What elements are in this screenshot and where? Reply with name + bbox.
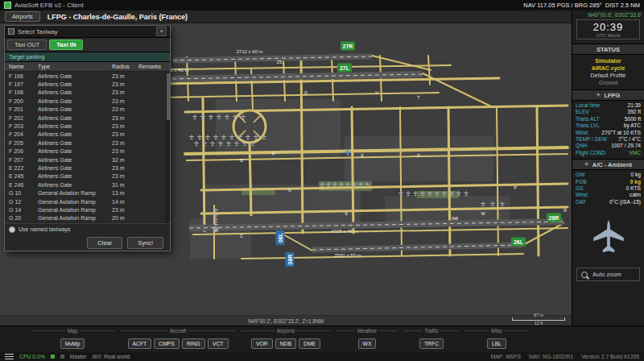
status-section-header[interactable]: STATUS (572, 44, 644, 55)
parking-row[interactable]: F 200Airliners Gate23 m (5, 97, 170, 105)
col-name: Name (5, 64, 38, 69)
toolbar-button-lbl[interactable]: LBL (487, 338, 506, 349)
parking-row[interactable]: F 197Airliners Gate23 m (5, 80, 170, 88)
info-row: Local time21:39 (576, 102, 641, 109)
auto-zoom-label: Auto zoom (592, 271, 621, 278)
status-lines: SimulatorAIRAC cycleDefault ProfileGroun… (572, 55, 644, 88)
toolbar-button-trfc[interactable]: TRFC (419, 338, 444, 349)
col-remarks: Remarks (138, 64, 170, 69)
toolbar-button-cmps[interactable]: CMPS (154, 338, 180, 349)
info-row: TEMP / DEW7°C / 4°C (576, 136, 641, 143)
svg-text:C: C (240, 234, 243, 239)
svg-text:W: W (481, 211, 485, 216)
parking-row[interactable]: E 246Airliners Gate31 m (5, 180, 170, 189)
svg-text:2591 x 57 m: 2591 x 57 m (334, 253, 361, 258)
status-bar: CPU 0.0% Master WX: Real world MAP: MSFS… (0, 352, 644, 361)
parking-row[interactable]: F 207Airliners Gate32 m (5, 156, 170, 164)
use-named-taxiways-label: Use named taxiways (19, 226, 71, 232)
master-label: Master (70, 354, 87, 359)
dialog-title: Select Taxiway (18, 28, 57, 35)
parking-row[interactable]: E 222Airliners Gate23 m (5, 164, 170, 172)
toolbar-group-aircraft: AircraftACFTCMPSRINGVCT (118, 326, 238, 352)
parking-row[interactable]: F 201Airliners Gate23 m (5, 106, 170, 114)
close-icon[interactable]: × (156, 27, 167, 36)
airplane-icon: ✈ (597, 92, 601, 98)
svg-text:R: R (564, 208, 567, 213)
ambient-rows: GW0 kgFOB0 kgGS0 KTSWindcalmOAT0°C (ISA … (572, 170, 644, 206)
clock-panel: 20:39 UTC World (576, 19, 640, 39)
parking-row[interactable]: G 14General Aviation Ramp23 m (5, 205, 170, 214)
map-center-coords: N49°00.2', E002°33.2', Z=1.8NM (248, 318, 324, 324)
status-line: Default Profile (572, 72, 644, 79)
use-named-taxiways-option[interactable]: Use named taxiways (5, 223, 170, 234)
toolbar-button-dme[interactable]: DME (299, 338, 320, 349)
parking-row[interactable]: F 203Airliners Gate23 m (5, 122, 170, 130)
svg-text:U: U (288, 188, 291, 193)
svg-text:27L: 27L (340, 65, 350, 71)
svg-text:V: V (375, 90, 378, 95)
radio-icon[interactable] (9, 226, 15, 233)
toolbar-button-ndb[interactable]: NDB (275, 338, 296, 349)
col-type: Type (38, 64, 112, 69)
parking-row[interactable]: F 202Airliners Gate23 m (5, 114, 170, 122)
parking-row[interactable]: F 198Airliners Gate23 m (5, 89, 170, 97)
position-coords: N49°00.6', E002°33.8' (572, 10, 644, 19)
info-row: GS0 KTS (576, 185, 641, 192)
app-window: AviaSoft EFB v2 - Client NAV 117.05 PGS … (0, 0, 644, 361)
svg-text:27R: 27R (343, 44, 353, 49)
toolbar-button-vor[interactable]: VOR (251, 338, 273, 349)
header-bar: Airports LFPG - Charles-de-Gaulle, Paris… (0, 10, 572, 23)
toolbar-button-mvmp[interactable]: MvMp (60, 338, 85, 349)
toolbar-group-weather: WeatherWX (333, 326, 401, 352)
parking-row[interactable]: G 12General Aviation Ramp14 m (5, 197, 170, 205)
ambient-section-header[interactable]: ✈ A/C - Ambient (572, 159, 644, 170)
parking-row[interactable]: G 22General Aviation Ramp24 m (5, 222, 170, 223)
list-scrollbar[interactable] (166, 72, 170, 223)
dialog-titlebar[interactable]: Select Taxiway × (5, 26, 170, 38)
svg-text:Z5: Z5 (277, 60, 282, 64)
utc-time: 20:39 (577, 21, 639, 33)
title-bar: AviaSoft EFB v2 - Client NAV 117.05 PGS … (0, 0, 644, 10)
toolbar-button-wx[interactable]: WX (358, 338, 377, 349)
info-row: ELEV392 ft (576, 109, 641, 115)
info-row: Wind270°T at 10 KTS (576, 130, 641, 136)
sync-button[interactable]: Sync! (127, 237, 163, 249)
toolbar-group-map: MapMvMp (27, 326, 118, 352)
parking-list[interactable]: F 196Airliners Gate23 mF 197Airliners Ga… (5, 72, 170, 223)
parking-row[interactable]: F 205Airliners Gate23 m (5, 139, 170, 147)
bottom-toolbar: MapMvMpAircraftACFTCMPSRINGVCTAirportsVO… (0, 326, 644, 361)
svg-text:08R: 08R (287, 255, 293, 265)
airports-button[interactable]: Airports (5, 11, 40, 22)
scrollbar-thumb[interactable] (167, 73, 170, 120)
toolbar-group-misc: MiscLBL (462, 326, 531, 352)
info-row: OAT0°C (ISA -15) (576, 199, 641, 205)
toolbar-button-ring[interactable]: RING (182, 338, 205, 349)
parking-row[interactable]: F 206Airliners Gate23 m (5, 147, 170, 156)
tab-taxi-out[interactable]: Taxi OUT (7, 39, 47, 50)
parking-row[interactable]: G 20General Aviation Ramp20 m (5, 214, 170, 222)
target-parking-header: Target parking (5, 52, 170, 62)
menu-icon[interactable] (5, 354, 14, 360)
taxi-tabs: Taxi OUT Taxi IN (5, 38, 170, 52)
parking-row[interactable]: F 196Airliners Gate23 m (5, 72, 170, 80)
svg-text:P: P (514, 185, 517, 190)
dialog-buttons: Clear Sync! (5, 234, 170, 251)
info-row: Trans LVLby ATC (576, 122, 641, 129)
parking-row[interactable]: F 204Airliners Gate23 m (5, 131, 170, 139)
toolbar-group-airports: AirportsVORNDBDME (238, 326, 333, 352)
clear-button[interactable]: Clear (87, 237, 122, 249)
auto-zoom-control[interactable]: Auto zoom (576, 268, 640, 281)
app-icon (4, 2, 11, 9)
parking-row[interactable]: G 10General Aviation Ramp13 m (5, 189, 170, 197)
info-row: QNH1007 / 29.74 (576, 143, 641, 149)
time-zone-label: UTC World (577, 33, 639, 38)
toolbar-button-acft[interactable]: ACFT (128, 338, 152, 349)
svg-text:08L: 08L (278, 232, 283, 243)
tab-taxi-in[interactable]: Taxi IN (49, 39, 83, 50)
lfpg-section-header[interactable]: ✈ LFPG (572, 89, 644, 101)
airport-title: LFPG - Charles-de-Gaulle, Paris (France) (47, 13, 188, 21)
svg-text:W8: W8 (452, 216, 458, 221)
parking-row[interactable]: E 245Airliners Gate23 m (5, 172, 170, 180)
toolbar-button-vct[interactable]: VCT (208, 338, 229, 349)
map-source: MAP: MSFS (491, 354, 521, 359)
